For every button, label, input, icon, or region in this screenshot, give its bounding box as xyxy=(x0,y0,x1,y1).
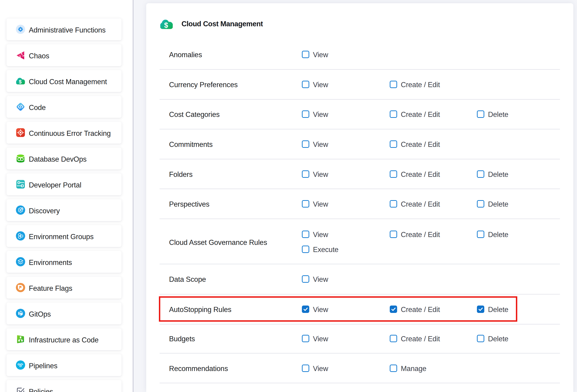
svg-text:$: $ xyxy=(19,79,22,84)
svg-text:$: $ xyxy=(164,21,168,29)
